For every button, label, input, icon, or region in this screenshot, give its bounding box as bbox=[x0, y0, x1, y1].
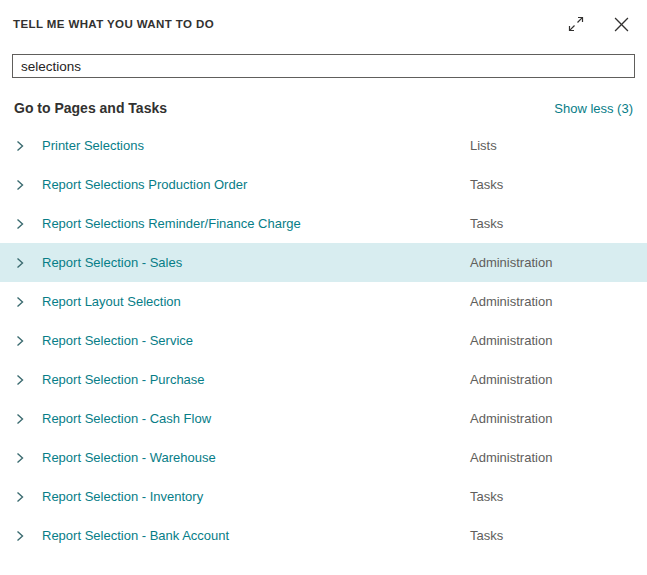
result-label: Report Selection - Bank Account bbox=[42, 528, 470, 543]
search-row bbox=[0, 34, 647, 78]
result-category: Administration bbox=[470, 450, 635, 465]
search-input[interactable] bbox=[12, 54, 635, 78]
result-label: Report Selection - Purchase bbox=[42, 372, 470, 387]
show-less-link[interactable]: Show less (3) bbox=[554, 101, 633, 116]
result-row[interactable]: Report Selections Production Order Tasks bbox=[0, 165, 647, 204]
chevron-right-icon bbox=[14, 179, 26, 191]
results-list: Printer Selections Lists Report Selectio… bbox=[0, 126, 647, 555]
result-row[interactable]: Report Selection - Purchase Administrati… bbox=[0, 360, 647, 399]
result-category: Tasks bbox=[470, 489, 635, 504]
chevron-right-icon bbox=[14, 335, 26, 347]
result-row[interactable]: Report Layout Selection Administration bbox=[0, 282, 647, 321]
result-label: Report Selection - Cash Flow bbox=[42, 411, 470, 426]
chevron-right-icon bbox=[14, 296, 26, 308]
result-label: Report Selection - Inventory bbox=[42, 489, 470, 504]
dialog-header: TELL ME WHAT YOU WANT TO DO bbox=[0, 0, 647, 34]
result-row[interactable]: Report Selections Reminder/Finance Charg… bbox=[0, 204, 647, 243]
result-row[interactable]: Report Selection - Service Administratio… bbox=[0, 321, 647, 360]
section-title: Go to Pages and Tasks bbox=[14, 100, 167, 116]
section-row: Go to Pages and Tasks Show less (3) bbox=[0, 78, 647, 126]
result-category: Administration bbox=[470, 255, 635, 270]
result-row[interactable]: Report Selection - Inventory Tasks bbox=[0, 477, 647, 516]
chevron-right-icon bbox=[14, 257, 26, 269]
close-icon[interactable] bbox=[612, 15, 631, 34]
result-label: Report Selection - Sales bbox=[42, 255, 470, 270]
chevron-right-icon bbox=[14, 140, 26, 152]
result-category: Administration bbox=[470, 372, 635, 387]
result-row[interactable]: Report Selection - Sales Administration bbox=[0, 243, 647, 282]
result-category: Lists bbox=[470, 138, 635, 153]
result-category: Administration bbox=[470, 333, 635, 348]
result-row[interactable]: Report Selection - Warehouse Administrat… bbox=[0, 438, 647, 477]
tell-me-dialog: TELL ME WHAT YOU WANT TO DO Go to Pages … bbox=[0, 0, 647, 575]
chevron-right-icon bbox=[14, 452, 26, 464]
result-label: Report Selections Reminder/Finance Charg… bbox=[42, 216, 470, 231]
chevron-right-icon bbox=[14, 413, 26, 425]
result-row[interactable]: Printer Selections Lists bbox=[0, 126, 647, 165]
result-category: Tasks bbox=[470, 528, 635, 543]
result-label: Report Selection - Warehouse bbox=[42, 450, 470, 465]
result-row[interactable]: Report Selection - Bank Account Tasks bbox=[0, 516, 647, 555]
result-category: Administration bbox=[470, 411, 635, 426]
result-category: Tasks bbox=[470, 216, 635, 231]
chevron-right-icon bbox=[14, 530, 26, 542]
result-label: Report Selections Production Order bbox=[42, 177, 470, 192]
result-row[interactable]: Report Selection - Cash Flow Administrat… bbox=[0, 399, 647, 438]
result-label: Report Selection - Service bbox=[42, 333, 470, 348]
result-category: Tasks bbox=[470, 177, 635, 192]
result-label: Report Layout Selection bbox=[42, 294, 470, 309]
result-label: Printer Selections bbox=[42, 138, 470, 153]
chevron-right-icon bbox=[14, 374, 26, 386]
result-category: Administration bbox=[470, 294, 635, 309]
expand-icon[interactable] bbox=[566, 14, 586, 34]
header-icons bbox=[566, 14, 631, 34]
chevron-right-icon bbox=[14, 218, 26, 230]
chevron-right-icon bbox=[14, 491, 26, 503]
dialog-title: TELL ME WHAT YOU WANT TO DO bbox=[13, 18, 214, 30]
